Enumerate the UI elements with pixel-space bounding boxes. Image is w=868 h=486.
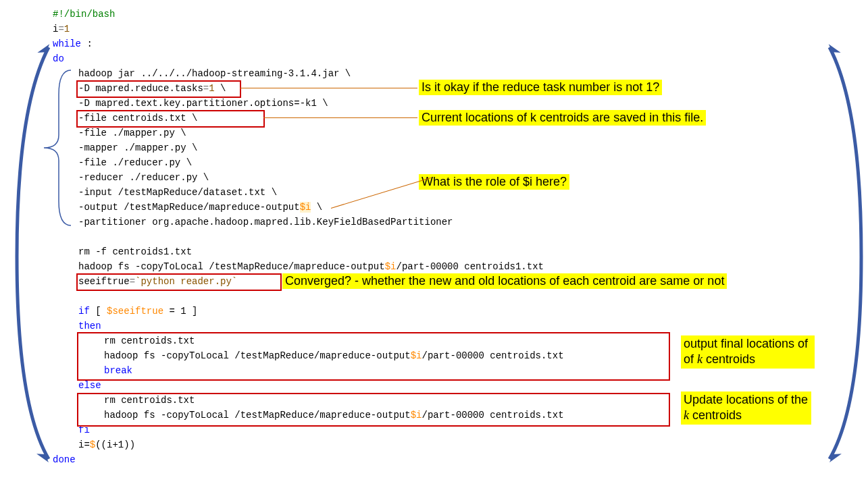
- else-copy: hadoop fs -copyToLocal /testMapReduce/ma…: [104, 410, 411, 421]
- connector-reduce: [240, 88, 417, 88]
- kw-fi: fi: [78, 425, 90, 435]
- then-copy: hadoop fs -copyToLocal /testMapReduce/ma…: [104, 350, 411, 361]
- incr-i: i=: [78, 439, 90, 450]
- svg-marker-2: [829, 42, 843, 62]
- annot-reduce-task: Is it okay if the reduce task number is …: [419, 80, 662, 95]
- reduce-tasks-line: -D mapred.reduce.tasks: [78, 83, 203, 94]
- kw-while: while: [53, 38, 81, 49]
- shebang: #!/bin/bash: [53, 9, 115, 20]
- kw-then: then: [78, 321, 101, 331]
- output-var-i: $i: [300, 202, 311, 213]
- annot-centroids-file: Current locations of k centroids are sav…: [419, 110, 706, 126]
- else-rm: rm centroids.txt: [104, 395, 195, 406]
- kw-else: else: [78, 380, 101, 391]
- kw-if: if: [78, 306, 90, 317]
- kw-break: break: [104, 365, 132, 376]
- annot-k1: of k centroids: [684, 352, 755, 367]
- annot-i-role: What is the role of $i here?: [419, 174, 569, 190]
- hadoop-jar-line: hadoop jar ../../../hadoop-streaming-3.1…: [78, 68, 351, 79]
- input-line: -input /testMapReduce/dataset.txt \: [78, 187, 277, 198]
- copytolocal-1: hadoop fs -copyToLocal /testMapReduce/ma…: [78, 261, 385, 272]
- partitioner-opts-line: -D mapred.text.key.partitioner.options=-…: [78, 98, 328, 109]
- right-loop-arrow-icon: [817, 40, 868, 473]
- svg-marker-1: [34, 445, 49, 465]
- annot-output-final: output final locations of of k centroids: [681, 335, 815, 369]
- kw-done: done: [53, 454, 76, 465]
- backtick-close: `: [232, 276, 237, 287]
- connector-centroids: [263, 117, 417, 118]
- rm-centroids1: rm -f centroids1.txt: [78, 246, 192, 257]
- svg-marker-0: [36, 42, 50, 62]
- mapper-line: -mapper ./mapper.py \: [78, 142, 197, 153]
- then-rm: rm centroids.txt: [104, 335, 195, 346]
- partitioner-line: -partitioner org.apache.hadoop.mapred.li…: [78, 217, 453, 227]
- code-block: #!/bin/bash i=1 while : do hadoop jar ..…: [53, 7, 564, 467]
- seeiftrue-var: seeiftrue: [78, 276, 130, 287]
- annot-update-locations: Update locations of the k centroids: [681, 392, 811, 425]
- file-centroids-line: -file centroids.txt \: [78, 113, 197, 124]
- file-reducer-line: -file ./reducer.py \: [78, 157, 192, 168]
- reducer-line: -reducer ./reducer.py \: [78, 172, 209, 183]
- output-line: -output /testMapReduce/mapreduce-output: [78, 202, 300, 213]
- file-mapper-line: -file ./mapper.py \: [78, 128, 186, 138]
- annot-converged: Converged? - whether the new and old loc…: [282, 273, 727, 289]
- svg-marker-3: [829, 445, 844, 465]
- kw-do: do: [53, 53, 64, 64]
